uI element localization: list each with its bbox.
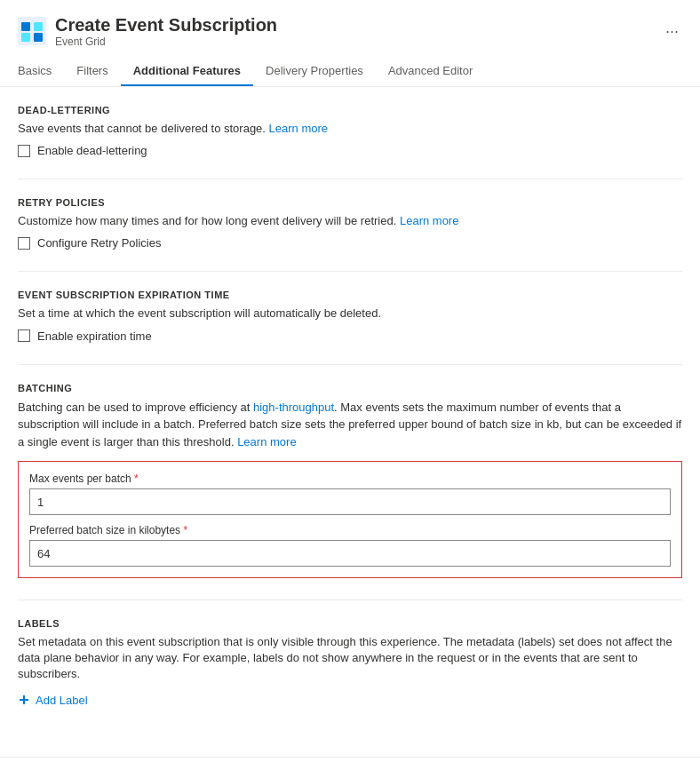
svg-rect-4	[34, 33, 43, 42]
more-options-icon[interactable]: ···	[662, 19, 682, 44]
event-grid-icon	[18, 17, 46, 45]
tab-delivery-properties[interactable]: Delivery Properties	[253, 57, 376, 86]
batching-inputs-box: Max events per batch * Preferred batch s…	[18, 461, 682, 578]
tab-additional-features[interactable]: Additional Features	[121, 57, 253, 86]
divider-2	[18, 271, 682, 272]
dead-lettering-title: DEAD-LETTERING	[18, 105, 682, 115]
max-events-label: Max events per batch *	[29, 472, 671, 485]
expiration-checkbox[interactable]	[18, 329, 30, 342]
svg-rect-1	[21, 22, 30, 31]
dead-lettering-learn-more-link[interactable]: Learn more	[269, 122, 328, 135]
tab-basics[interactable]: Basics	[18, 57, 64, 86]
preferred-batch-label: Preferred batch size in kilobytes *	[29, 524, 671, 536]
tab-filters[interactable]: Filters	[64, 57, 120, 86]
retry-policies-learn-more-link[interactable]: Learn more	[400, 214, 458, 227]
retry-policies-checkbox[interactable]	[18, 237, 30, 250]
labels-title: LABELS	[18, 618, 682, 629]
batching-title: BATCHING	[18, 383, 682, 393]
max-events-required: *	[131, 472, 139, 485]
dead-lettering-desc: Save events that cannot be delivered to …	[18, 121, 682, 137]
batching-section: BATCHING Batching can be used to improve…	[18, 383, 682, 579]
expiration-title: EVENT SUBSCRIPTION EXPIRATION TIME	[18, 290, 682, 300]
labels-desc: Set metadata on this event subscription …	[18, 634, 682, 683]
expiration-section: EVENT SUBSCRIPTION EXPIRATION TIME Set a…	[18, 290, 682, 342]
divider-3	[18, 364, 682, 365]
retry-policies-desc: Customize how many times and for how lon…	[18, 213, 682, 229]
dead-lettering-section: DEAD-LETTERING Save events that cannot b…	[18, 105, 682, 157]
main-content: DEAD-LETTERING Save events that cannot b…	[0, 87, 700, 750]
divider-4	[18, 599, 682, 600]
expiration-checkbox-label: Enable expiration time	[37, 329, 152, 343]
add-label-icon	[18, 694, 30, 706]
svg-rect-3	[21, 33, 30, 42]
divider-1	[18, 179, 682, 179]
tab-advanced-editor[interactable]: Advanced Editor	[376, 57, 485, 86]
page-subtitle: Event Grid	[55, 36, 653, 48]
add-label-button[interactable]: Add Label	[18, 690, 88, 710]
preferred-batch-input[interactable]	[29, 540, 671, 567]
labels-section: LABELS Set metadata on this event subscr…	[18, 618, 682, 710]
retry-policies-checkbox-row[interactable]: Configure Retry Policies	[18, 236, 682, 250]
svg-rect-6	[23, 695, 25, 704]
dead-lettering-checkbox[interactable]	[18, 145, 30, 157]
high-throughput-text: high-throughput	[253, 401, 334, 414]
batching-learn-more-link[interactable]: Learn more	[237, 435, 296, 448]
page-title: Create Event Subscription	[55, 14, 653, 36]
page-footer: Create	[0, 757, 700, 762]
dead-lettering-checkbox-row[interactable]: Enable dead-lettering	[18, 144, 682, 157]
add-label-btn-label: Add Label	[36, 694, 88, 707]
preferred-batch-required: *	[180, 524, 187, 536]
retry-policies-section: RETRY POLICIES Customize how many times …	[18, 197, 682, 250]
max-events-input[interactable]	[29, 488, 671, 515]
page-header: Create Event Subscription Event Grid ···…	[0, 0, 700, 87]
expiration-desc: Set a time at which the event subscripti…	[18, 306, 682, 321]
retry-policies-checkbox-label: Configure Retry Policies	[37, 236, 161, 250]
dead-lettering-checkbox-label: Enable dead-lettering	[37, 144, 147, 157]
batching-desc: Batching can be used to improve efficien…	[18, 399, 682, 451]
retry-policies-title: RETRY POLICIES	[18, 197, 682, 208]
svg-rect-2	[34, 22, 43, 31]
tab-navigation: Basics Filters Additional Features Deliv…	[18, 57, 682, 86]
expiration-checkbox-row[interactable]: Enable expiration time	[18, 329, 682, 343]
